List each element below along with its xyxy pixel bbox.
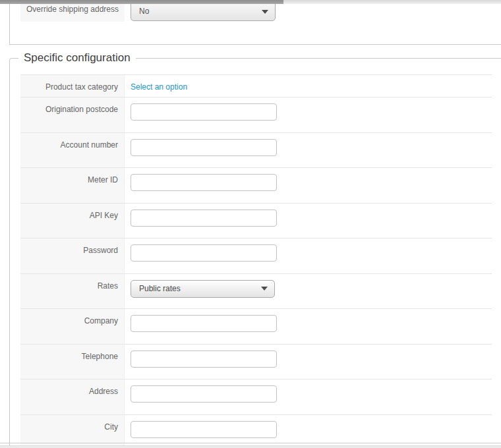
chevron-down-icon	[262, 10, 268, 14]
company-input[interactable]	[131, 315, 277, 332]
form-row: Company	[20, 309, 492, 345]
field-control-cell	[125, 133, 492, 168]
dropdown-value: Public rates	[139, 284, 181, 293]
field-label: Rates	[20, 274, 125, 309]
form-row: API Key	[20, 204, 492, 239]
specific-configuration-fieldset: Specific configuration Product tax categ…	[9, 58, 501, 448]
field-control-cell	[125, 309, 492, 344]
form-row: Telephone	[20, 345, 492, 380]
dropdown-value: No	[139, 7, 149, 16]
field-control-cell: Public rates	[125, 274, 492, 309]
address-input[interactable]	[131, 385, 277, 403]
field-label: Address	[20, 379, 125, 414]
override-shipping-address-label: Override shipping address	[20, 4, 125, 22]
form-row: Rates Public rates	[20, 274, 492, 310]
form-row: Meter ID	[20, 168, 492, 204]
field-label: Company	[20, 309, 125, 344]
field-control-cell	[125, 98, 492, 132]
configuration-form-rows: Product tax category Select an option Or…	[20, 74, 492, 448]
fieldset-legend: Specific configuration	[18, 51, 136, 65]
field-control-cell	[125, 168, 492, 203]
field-control-cell	[125, 238, 492, 273]
field-label: Meter ID	[20, 168, 125, 203]
chevron-down-icon	[261, 287, 268, 291]
account-number-input[interactable]	[131, 139, 277, 156]
field-control-cell: Select an option	[125, 75, 492, 97]
meter-id-input[interactable]	[131, 174, 277, 191]
bottom-edge-bar	[0, 445, 501, 448]
origination-postcode-input[interactable]	[131, 103, 277, 121]
form-row: Address	[20, 379, 492, 415]
password-input[interactable]	[131, 244, 277, 262]
field-label: Origination postcode	[20, 98, 125, 132]
field-label: Password	[20, 238, 125, 273]
field-control-cell	[125, 379, 492, 414]
rates-dropdown[interactable]: Public rates	[131, 280, 275, 298]
bottom-separator-line	[0, 443, 501, 443]
field-label: Telephone	[20, 345, 125, 379]
api-key-input[interactable]	[131, 210, 277, 227]
form-row: Origination postcode	[20, 98, 492, 133]
product-tax-category-link[interactable]: Select an option	[131, 81, 187, 92]
previous-fieldset-remnant: Override shipping address No	[9, 0, 501, 45]
field-label: API Key	[20, 204, 125, 238]
top-edge-dark-strip	[0, 0, 283, 4]
city-input[interactable]	[131, 421, 277, 438]
field-control-cell	[125, 204, 492, 238]
field-control-cell	[125, 345, 492, 379]
field-label: Account number	[20, 133, 125, 168]
top-edge-light-strip	[283, 0, 501, 4]
form-row: Product tax category Select an option	[20, 75, 492, 98]
field-label: Product tax category	[20, 75, 125, 97]
telephone-input[interactable]	[131, 350, 277, 368]
form-row: Account number	[20, 133, 492, 169]
form-row: Password	[20, 238, 492, 274]
